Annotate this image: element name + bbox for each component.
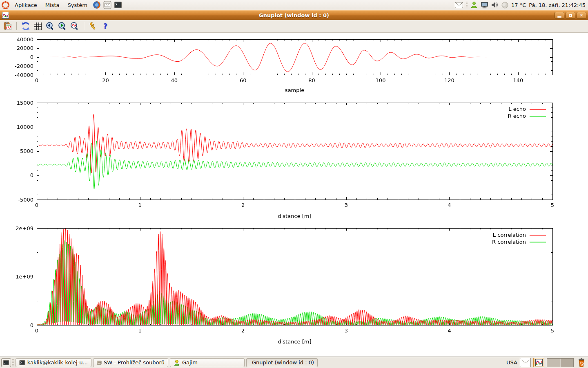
zoom-previous-button[interactable] xyxy=(45,21,55,31)
zoom-reset-button[interactable] xyxy=(70,21,80,31)
legend-label-r-correlation: R correlation xyxy=(492,239,526,245)
gajim-icon xyxy=(174,359,180,366)
legend-label-l-echo: L echo xyxy=(508,106,526,112)
taskbar-button-file-browser[interactable]: SW - Prohlížeč souborů xyxy=(93,358,168,367)
taskbar-button-gnuplot[interactable]: Gnuplot (window id : 0) xyxy=(246,358,318,367)
menu-system[interactable]: Systém xyxy=(63,0,91,10)
ubuntu-logo-icon[interactable] xyxy=(1,0,10,9)
tray-mail-button[interactable] xyxy=(520,358,531,367)
legend-row-l-correlation: L correlation xyxy=(493,231,546,238)
toolbar-separator xyxy=(84,22,84,30)
clipboard-icon xyxy=(3,22,12,31)
zoom-next-icon xyxy=(58,22,67,31)
clock-label[interactable]: Pá, 18. září, 21:42:45 xyxy=(529,2,586,8)
wrench-icon xyxy=(89,22,98,31)
legend-row-r-correlation: R correlation xyxy=(492,238,546,245)
menu-applications-label: Aplikace xyxy=(15,2,37,8)
zoom-next-button[interactable] xyxy=(58,21,67,31)
window-list-applet-button[interactable] xyxy=(1,358,11,367)
temperature-label[interactable]: 17 °C xyxy=(511,2,526,8)
legend-label-r-echo: R echo xyxy=(508,113,526,119)
toggle-grid-button[interactable] xyxy=(33,21,43,31)
desktop: Aplikace Místa Systém xyxy=(0,0,588,368)
gnuplot-titlebar[interactable]: Gnuplot (window id : 0) ✕ xyxy=(0,10,588,20)
zoom-reset-icon xyxy=(70,22,79,31)
maximize-icon xyxy=(569,14,572,17)
toolbar-separator xyxy=(16,22,17,30)
legend-line-r-correlation xyxy=(530,242,546,242)
trash-icon xyxy=(577,358,586,367)
window-title: Gnuplot (window id : 0) xyxy=(0,12,588,18)
display-settings-icon[interactable] xyxy=(481,2,488,9)
gnuplot-toolbar: ? xyxy=(0,20,588,33)
legend-row-r-echo: R echo xyxy=(508,112,546,119)
taskbar-grip-handle[interactable] xyxy=(12,359,14,366)
terminal-launcher-icon[interactable] xyxy=(114,0,122,9)
menu-places[interactable]: Místa xyxy=(41,0,64,10)
axis-label-sample: sample xyxy=(37,87,552,93)
envelope-icon xyxy=(522,360,529,365)
workspace-2[interactable] xyxy=(561,359,574,367)
axis-label-distance-middle: distance [m] xyxy=(37,213,552,219)
file-manager-icon xyxy=(97,359,102,366)
close-icon: ✕ xyxy=(579,13,583,18)
mail-launcher-icon[interactable] xyxy=(103,0,112,9)
legend-line-l-echo xyxy=(530,109,546,110)
copy-to-clipboard-button[interactable] xyxy=(2,21,12,31)
bottom-panel: kaklik@kaklik-kolej-u... SW - Prohlížeč … xyxy=(0,357,588,368)
workspace-1[interactable] xyxy=(547,359,561,367)
zoom-previous-icon xyxy=(46,22,55,31)
legend-line-l-correlation xyxy=(530,235,546,236)
gnuplot-window-icon xyxy=(2,12,9,20)
taskbar-button-terminal[interactable]: kaklik@kaklik-kolej-u... xyxy=(16,358,91,367)
taskbar-button-terminal-label: kaklik@kaklik-kolej-u... xyxy=(27,359,88,366)
weather-icon[interactable] xyxy=(501,2,508,9)
help-icon: ? xyxy=(103,22,107,30)
minimize-icon xyxy=(557,16,561,18)
taskbar-button-gajim-label: Gajim xyxy=(182,359,198,366)
taskbar-button-gajim[interactable]: Gajim xyxy=(170,358,245,367)
legend-correlation: L correlation R correlation xyxy=(492,231,546,245)
mail-notification-icon[interactable] xyxy=(455,2,463,8)
keyboard-layout-indicator[interactable]: USA xyxy=(506,359,517,366)
legend-label-l-correlation: L correlation xyxy=(493,232,526,238)
gnuplot-canvas-area: sample distance [m] distance [m] L echo … xyxy=(0,33,588,357)
user-switcher-icon[interactable] xyxy=(470,1,478,9)
volume-icon[interactable] xyxy=(491,2,499,8)
menu-places-label: Místa xyxy=(45,2,60,8)
taskbar-button-gnuplot-label: Gnuplot (window id : 0) xyxy=(252,359,314,366)
axis-label-distance-bottom: distance [m] xyxy=(37,339,552,345)
menu-system-label: Systém xyxy=(67,2,87,8)
top-panel: Aplikace Místa Systém xyxy=(0,0,588,10)
legend-line-r-echo xyxy=(530,116,546,117)
taskbar-button-file-browser-label: SW - Prohlížeč souborů xyxy=(104,359,165,366)
gnuplot-icon xyxy=(535,359,543,366)
panel-grip-handle[interactable] xyxy=(466,2,468,8)
terminal-icon xyxy=(19,359,25,366)
minimize-button[interactable] xyxy=(555,12,564,19)
refresh-icon xyxy=(21,22,30,31)
firefox-launcher-icon[interactable] xyxy=(92,0,101,9)
tray-gnuplot-button[interactable] xyxy=(533,358,544,367)
maximize-button[interactable] xyxy=(566,12,575,19)
workspace-switcher xyxy=(547,358,574,367)
legend-row-l-echo: L echo xyxy=(508,105,546,112)
window-list-icon xyxy=(3,359,9,366)
replot-button[interactable] xyxy=(21,21,31,31)
settings-button[interactable] xyxy=(88,21,98,31)
help-button[interactable]: ? xyxy=(100,21,110,31)
grid-icon xyxy=(34,22,42,30)
trash-applet[interactable] xyxy=(576,358,587,368)
menu-applications[interactable]: Aplikace xyxy=(11,0,41,10)
close-button[interactable]: ✕ xyxy=(577,12,586,19)
plot-canvas[interactable] xyxy=(0,33,588,357)
legend-echo: L echo R echo xyxy=(508,105,546,119)
